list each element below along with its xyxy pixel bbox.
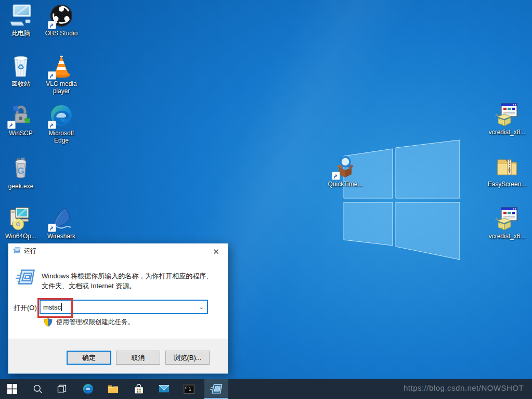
desktop-icon-label: vcredist_x6... [487,233,527,240]
installer-computer-icon [8,206,33,231]
run-window-icon [210,383,223,394]
desktop-icon-label: Win64Op... [1,233,41,240]
text-caret [61,303,62,311]
cancel-button[interactable]: 取消 [116,351,160,365]
desktop-icon-quicktime[interactable]: QuickTime... [325,154,366,188]
shortcut-arrow-icon [332,172,340,180]
desktop-icon-label: Wireshark [41,233,82,240]
shortcut-arrow-icon [48,121,56,129]
microsoft-store-icon [133,383,145,395]
desktop-icon-label: geek.exe [1,183,41,190]
geek-uninstaller-icon: G [8,156,33,181]
desktop-icon-obs-studio[interactable]: OBS Studio [41,3,82,37]
run-command-combobox[interactable]: mstsc ⌄ [40,300,208,314]
open-label: 打开(O): [14,303,38,313]
taskbar-store-button[interactable] [127,379,151,399]
start-button[interactable] [0,379,24,399]
windows-start-icon [7,384,17,394]
desktop-icon-label: OBS Studio [41,30,82,37]
desktop-icon-winscp[interactable]: WinSCP [1,103,41,137]
desktop-icon-label: VLC media player [41,80,82,95]
admin-note-text: 使用管理权限创建此任务。 [56,318,134,327]
desktop-icon-wireshark[interactable]: Wireshark [41,206,82,240]
desktop-icon-vcredist-x8[interactable]: vcredist_x8... [487,102,527,136]
run-icon [16,268,35,287]
desktop-icon-easyscreen[interactable]: EasyScreen... [487,154,527,188]
ok-button[interactable]: 确定 [67,351,111,365]
svg-text:♻: ♻ [17,62,24,71]
desktop-icon-label: 回收站 [1,80,41,87]
taskbar: C:\ 英 14:17 2020/9/13 2 [0,379,532,399]
task-view-icon [57,384,67,394]
desktop-icon-label: QuickTime... [325,181,366,188]
edge-icon [82,383,94,395]
desktop-icon-label: Microsoft Edge [41,130,82,144]
command-prompt-icon: C:\ [183,383,195,395]
run-dialog-icon [12,247,21,255]
desktop-icon-win64op[interactable]: Win64Op... [1,206,41,240]
task-view-button[interactable] [50,379,74,399]
run-command-value: mstsc [43,303,61,311]
close-icon[interactable]: ✕ [204,243,228,259]
shortcut-arrow-icon [48,71,56,80]
zipped-folder-icon [495,154,520,179]
shortcut-arrow-icon [7,121,16,129]
quicktime-box-icon [333,154,358,179]
desktop-icon-label: EasyScreen... [487,181,527,188]
desktop-icon-geek[interactable]: G geek.exe [1,156,41,190]
chevron-down-icon[interactable]: ⌄ [199,304,204,311]
run-dialog-description: Windows 将根据你所输入的名称，为你打开相应的程序、 文件夹、文档或 In… [42,271,224,291]
uac-shield-icon [44,318,53,327]
search-icon [33,384,43,394]
recycle-bin-icon: ♻ [8,54,33,79]
desktop-icon-vcredist-x6[interactable]: vcredist_x6... [487,206,527,240]
run-dialog: 运行 ✕ Windows 将根据你所输入的名称，为你打开相应的程序、 文件夹、文… [8,243,228,374]
shortcut-arrow-icon [48,21,56,29]
desktop-icon-label: 此电脑 [1,30,41,37]
svg-text:C:\: C:\ [185,386,190,390]
taskbar-mail-button[interactable] [152,379,176,399]
desktop-icon-recycle-bin[interactable]: ♻ 回收站 [1,54,41,87]
winscp-lock-icon [8,103,33,128]
vcredist-installer-icon [495,206,520,231]
run-dialog-title: 运行 [24,247,36,255]
admin-note-row: 使用管理权限创建此任务。 [44,318,134,327]
run-dialog-footer: 确定 取消 浏览(B)... [8,339,228,374]
taskbar-command-prompt-button[interactable]: C:\ [177,379,201,399]
obs-icon [49,3,74,28]
run-dialog-titlebar[interactable]: 运行 [8,243,228,259]
browse-button[interactable]: 浏览(B)... [165,351,210,365]
file-explorer-icon [107,383,119,395]
desktop-icon-edge[interactable]: Microsoft Edge [41,103,82,144]
shortcut-arrow-icon [48,224,56,232]
vcredist-installer-icon [495,102,520,127]
edge-icon [49,103,74,128]
svg-text:G: G [17,166,24,176]
taskbar-edge-button[interactable] [76,379,100,399]
computer-icon [8,3,33,28]
desktop-icon-vlc[interactable]: VLC media player [41,54,82,95]
wireshark-fin-icon [49,206,74,231]
mail-icon [158,383,170,395]
desktop-icon-this-pc[interactable]: 此电脑 [1,3,41,37]
taskbar-run-button-active[interactable] [204,379,228,399]
taskbar-file-explorer-button[interactable] [101,379,125,399]
desktop-icon-label: WinSCP [1,130,41,137]
vlc-cone-icon [49,54,74,79]
desktop-icon-label: vcredist_x8... [487,128,527,136]
taskbar-search-button[interactable] [26,379,50,399]
